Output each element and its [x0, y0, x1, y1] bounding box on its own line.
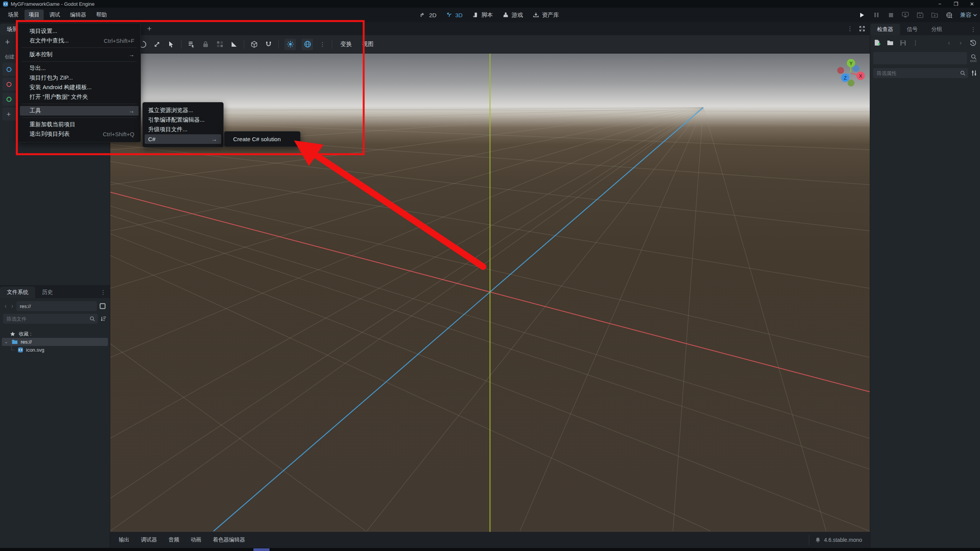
tree-row-root[interactable]: ⌄ res:// — [2, 338, 108, 346]
menu-item-open-user-data[interactable]: 打开 “用户数据” 文件夹 — [18, 92, 140, 102]
sort-files-icon[interactable] — [101, 316, 107, 321]
tools-submenu-popup: 孤立资源浏览器... 引擎编译配置编辑器... 升级项目文件... C#→ — [142, 102, 224, 147]
search-docs-icon[interactable]: DOC — [970, 54, 977, 63]
list-select-icon[interactable] — [187, 40, 196, 49]
new-scene-tab-button[interactable]: + — [147, 24, 152, 33]
select-tool-icon[interactable] — [167, 40, 175, 49]
viewport-toolbar: ⋮ 变换 视图 — [110, 35, 870, 54]
add-node-icon[interactable]: + — [5, 38, 10, 46]
property-tools-icon[interactable] — [971, 70, 977, 76]
renderer-selector[interactable]: 兼容 — [960, 11, 977, 19]
menu-item-reload-project[interactable]: 重新加载当前项目 — [18, 120, 140, 129]
play-scene-button[interactable] — [916, 11, 923, 18]
dock-options-icon[interactable]: ⋮ — [96, 289, 110, 296]
submenu-arrow-icon: → — [211, 136, 217, 142]
menu-editor[interactable]: 编辑器 — [66, 10, 90, 20]
menu-item-export[interactable]: 导出... — [18, 64, 140, 73]
load-resource-icon[interactable] — [887, 40, 893, 46]
tab-signals[interactable]: 信号 — [900, 24, 924, 35]
tree-row-file[interactable]: icon.svg — [0, 346, 110, 354]
snap-magnet-icon[interactable] — [264, 40, 273, 49]
shader-editor-panel-button[interactable]: 着色器编辑器 — [208, 535, 250, 545]
version-button[interactable]: 4.6.stable.mono — [809, 535, 868, 545]
new-resource-icon[interactable] — [874, 39, 880, 46]
close-button[interactable]: ✕ — [964, 0, 980, 8]
movie-maker-button[interactable] — [946, 11, 952, 18]
tab-history[interactable]: 历史 — [35, 287, 60, 298]
menu-item-engine-compile-config[interactable]: 引擎编译配置编辑器... — [143, 115, 223, 125]
toggle-split-mode-icon[interactable] — [98, 302, 107, 310]
workspace-game[interactable]: 游戏 — [503, 11, 523, 19]
workspace-2d[interactable]: 2D — [420, 12, 436, 18]
lock-icon[interactable] — [201, 40, 210, 49]
menu-item-upgrade-project[interactable]: 升级项目文件... — [143, 125, 223, 134]
expand-viewport-icon[interactable] — [859, 26, 865, 32]
title-bar: MyGFrameworkGame - Godot Engine − ❐ ✕ — [0, 0, 980, 8]
menu-item-orphan-explorer[interactable]: 孤立资源浏览器... — [143, 106, 223, 115]
minimize-button[interactable]: − — [932, 0, 948, 8]
nav-forward-icon[interactable]: › — [10, 303, 15, 310]
group-icon[interactable] — [216, 40, 224, 49]
menu-item-csharp[interactable]: C#→ — [145, 134, 221, 144]
menu-item-find-in-files[interactable]: 在文件中查找...Ctrl+Shift+F — [18, 36, 140, 46]
window-title: MyGFrameworkGame - Godot Engine — [11, 1, 95, 7]
taskbar-peek — [253, 548, 270, 551]
project-menu-popup: 项目设置... 在文件中查找...Ctrl+Shift+F 版本控制→ 导出..… — [18, 23, 141, 142]
search-icon — [960, 70, 965, 76]
edited-object-name-box[interactable] — [873, 52, 967, 64]
play-custom-scene-button[interactable] — [931, 11, 938, 18]
remote-debug-button[interactable] — [902, 11, 909, 18]
workspace-assetlib[interactable]: 资产库 — [533, 11, 559, 19]
chevron-down-icon — [973, 14, 977, 16]
history-back-icon[interactable]: ‹ — [946, 39, 951, 46]
history-icon[interactable] — [970, 40, 976, 46]
menu-item-quit-to-list[interactable]: 退出到项目列表Ctrl+Shift+Q — [18, 129, 140, 139]
scale-tool-icon[interactable] — [153, 40, 161, 49]
view-menu[interactable]: 视图 — [360, 41, 376, 48]
menu-item-install-android[interactable]: 安装 Android 构建模板... — [18, 83, 140, 92]
history-forward-icon[interactable]: › — [958, 39, 963, 46]
workspace-3d[interactable]: 3D — [446, 12, 462, 18]
menu-item-project-settings[interactable]: 项目设置... — [18, 26, 140, 36]
favorites-row: 收藏 : — [0, 330, 110, 338]
workspace-script[interactable]: 脚本 — [472, 11, 493, 19]
stop-button[interactable] — [887, 11, 894, 18]
output-panel-button[interactable]: 输出 — [114, 535, 134, 545]
ruler-icon[interactable] — [230, 40, 238, 49]
play-button[interactable] — [858, 11, 865, 18]
sun-env-options-icon[interactable]: ⋮ — [319, 41, 326, 48]
filter-properties-input[interactable] — [873, 68, 968, 78]
menu-item-pack-zip[interactable]: 项目打包为 ZIP... — [18, 73, 140, 83]
restore-button[interactable]: ❐ — [948, 0, 964, 8]
tab-filesystem[interactable]: 文件系统 — [0, 287, 35, 298]
collapse-caret-icon[interactable]: ⌄ — [3, 339, 9, 344]
view-gizmo[interactable]: Y X Z — [837, 59, 865, 86]
save-resource-icon[interactable] — [900, 40, 906, 46]
menu-debug[interactable]: 调试 — [45, 10, 64, 20]
3d-viewport[interactable]: Y X Z — [110, 54, 870, 532]
godot-file-icon — [18, 347, 23, 352]
menu-scene[interactable]: 场景 — [4, 10, 23, 20]
tab-groups[interactable]: 分组 — [924, 24, 949, 35]
nav-back-icon[interactable]: ‹ — [3, 303, 8, 310]
scene-tabs-menu-icon[interactable]: ⋮ — [846, 25, 854, 32]
audio-panel-button[interactable]: 音频 — [164, 535, 184, 545]
filter-files-input[interactable] — [3, 314, 98, 324]
resource-options-icon[interactable]: ⋮ — [913, 39, 918, 46]
menu-help[interactable]: 帮助 — [92, 10, 111, 20]
preview-sun-toggle[interactable] — [284, 39, 296, 50]
path-field[interactable]: res:// — [16, 301, 97, 311]
transform-menu[interactable]: 变换 — [338, 41, 354, 48]
animation-panel-button[interactable]: 动画 — [186, 535, 206, 545]
menu-item-create-csharp-solution[interactable]: Create C# solution — [224, 134, 300, 144]
local-space-icon[interactable] — [250, 40, 258, 49]
tab-inspector[interactable]: 检查器 — [870, 24, 900, 35]
dock-options-icon[interactable]: ⋮ — [967, 26, 980, 33]
menu-project[interactable]: 项目 — [24, 10, 44, 20]
bottom-panel-bar: 输出 调试器 音频 动画 着色器编辑器 4.6.stable.mono — [110, 532, 870, 548]
pause-button[interactable] — [873, 11, 880, 18]
menu-item-tools[interactable]: 工具→ — [20, 106, 139, 116]
menu-item-version-control[interactable]: 版本控制→ — [18, 50, 140, 59]
debugger-panel-button[interactable]: 调试器 — [136, 535, 162, 545]
preview-environment-toggle[interactable] — [302, 39, 313, 50]
